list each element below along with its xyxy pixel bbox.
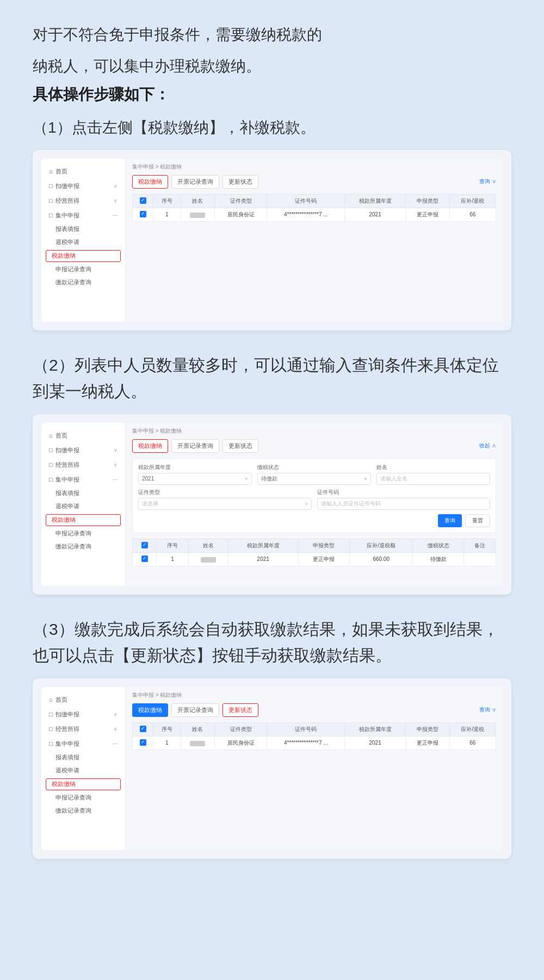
td-reporttype-1: 更正申报 [405, 208, 449, 221]
query-button-2[interactable]: 查询 [438, 514, 462, 527]
table-row: 1 2021 更正申报 660.00 待缴款 [133, 552, 496, 566]
row2-checkbox-1[interactable] [141, 555, 148, 562]
tabs-2: 税款缴纳 开票记录查询 更新状态 收起 ∧ [132, 439, 496, 453]
td2-amount: 660.00 [349, 552, 413, 566]
sidebar-taxpayment-2[interactable]: 税款缴纳 [46, 514, 121, 526]
sidebar-taxrefund-3[interactable]: 退税申请 [41, 764, 125, 777]
sidebar-business-1[interactable]: □ 经营所得 ∨ [41, 193, 125, 208]
sidebar-taxpayment-label-1: 税款缴纳 [52, 252, 76, 259]
th3-check [133, 722, 153, 736]
sidebar-business-2[interactable]: □ 经营所得 ∨ [41, 458, 125, 472]
main-3: 集中申报 > 税款缴纳 税款缴纳 开票记录查询 更新状态 查询 ∨ 序号 姓名 … [126, 687, 503, 850]
blurred-name-3 [190, 741, 205, 746]
mini-ui-2: ⌂ 首页 □ 扣缴申报 ∨ □ 经营所得 ∨ □ 集中申报 — [41, 423, 503, 586]
filter-year-input[interactable]: 2021 ∨ [138, 473, 252, 485]
td-certtype-1: 居民身份证 [215, 208, 267, 221]
page-container: 对于不符合免于申报条件，需要缴纳税款的 纳税人，可以集中办理税款缴纳。 具体操作… [0, 0, 544, 980]
sidebar-fillform-3[interactable]: 报表填报 [41, 751, 125, 764]
header-checkbox-3[interactable] [140, 726, 146, 732]
td-certno-1: 4***************7 ... [267, 208, 345, 221]
sidebar-1: ⌂ 首页 □ 扣缴申报 ∨ □ 经营所得 ∨ □ 集中申报 — [41, 159, 126, 322]
tab-updatestatus-2[interactable]: 更新状态 [222, 439, 258, 453]
blurred-name-1 [190, 213, 205, 218]
tab-openticket-1[interactable]: 开票记录查询 [171, 175, 219, 189]
sidebar-reportquery-label-2: 申报记录查询 [55, 530, 91, 536]
sidebar-business-3[interactable]: □ 经营所得 ∨ [41, 722, 125, 736]
th2-year: 税款所属年度 [228, 539, 298, 552]
th3-certno: 证件号码 [267, 722, 345, 736]
filter-name-input[interactable]: 请输入全名 [376, 473, 490, 485]
sidebar-home-2[interactable]: ⌂ 首页 [41, 428, 125, 443]
intro-text-2: 纳税人，可以集中办理税款缴纳。 [33, 53, 511, 79]
filter-group-certtype: 证件类型 请选择 ∨ [138, 489, 312, 510]
filter-certtype-input[interactable]: 请选择 ∨ [138, 498, 312, 510]
sidebar-reportquery-2[interactable]: 申报记录查询 [41, 527, 125, 540]
sidebar-reportquery-3[interactable]: 申报记录查询 [41, 791, 125, 804]
arrow-icon-1: ∨ [114, 183, 118, 189]
sidebar-taxpayment-3[interactable]: 税款缴纳 [46, 778, 121, 790]
th-reporttype-1: 申报类型 [405, 194, 449, 208]
tab-openticket-3[interactable]: 开票记录查询 [171, 703, 219, 717]
tab-openticket-2[interactable]: 开票记录查询 [171, 439, 219, 453]
header-checkbox-2[interactable] [141, 542, 148, 548]
sidebar-taxreport-label-1: 扣缴申报 [55, 182, 79, 190]
sidebar-group-2[interactable]: □ 集中申报 — [41, 472, 125, 487]
sidebar-home-1[interactable]: ⌂ 首页 [41, 164, 125, 179]
sidebar-payquery-1[interactable]: 缴款记录查询 [41, 276, 125, 289]
th-amount-1: 应补/退税 [449, 194, 496, 208]
collapse-link-2[interactable]: 收起 ∧ [479, 442, 496, 450]
sidebar-fillform-label-2: 报表填报 [55, 490, 79, 496]
sidebar-taxreport-3[interactable]: □ 扣缴申报 ∨ [41, 707, 125, 722]
sidebar-taxpayment-1[interactable]: 税款缴纳 [46, 250, 121, 262]
tab-taxpayment-3[interactable]: 税款缴纳 [132, 703, 168, 717]
tab-taxpayment-1[interactable]: 税款缴纳 [132, 175, 168, 189]
sidebar-taxreport-1[interactable]: □ 扣缴申报 ∨ [41, 179, 125, 193]
filter-year-value: 2021 [142, 476, 154, 482]
taxreport-icon-2: □ [49, 447, 53, 453]
sidebar-home-3[interactable]: ⌂ 首页 [41, 692, 125, 707]
sidebar-fillform-2[interactable]: 报表填报 [41, 487, 125, 500]
th2-status: 缴税状态 [413, 539, 464, 552]
sidebar-taxreport-label-2: 扣缴申报 [55, 446, 79, 454]
td2-status: 待缴款 [413, 552, 464, 566]
th3-num: 序号 [153, 722, 181, 736]
sidebar-group-1[interactable]: □ 集中申报 — [41, 208, 125, 223]
th2-amount: 应补/退税额 [349, 539, 413, 552]
sidebar-payquery-3[interactable]: 缴款记录查询 [41, 804, 125, 817]
arrow-icon-2: ∨ [114, 198, 118, 203]
th-certno-1: 证件号码 [267, 194, 345, 208]
sidebar-taxrefund-label-3: 退税申请 [55, 767, 79, 773]
sidebar-taxreport-2[interactable]: □ 扣缴申报 ∨ [41, 443, 125, 458]
sidebar-group-3[interactable]: □ 集中申报 — [41, 736, 125, 751]
sidebar-fillform-1[interactable]: 报表填报 [41, 223, 125, 236]
query-link-3[interactable]: 查询 ∨ [479, 706, 496, 714]
filter-status-input[interactable]: 待缴款 ∨ [257, 473, 371, 485]
sidebar-reportquery-1[interactable]: 申报记录查询 [41, 263, 125, 276]
sidebar-taxrefund-2[interactable]: 退税申请 [41, 500, 125, 513]
table-1: 序号 姓名 证件类型 证件号码 税款所属年度 申报类型 应补/退税 1 [132, 194, 496, 222]
sidebar-2: ⌂ 首页 □ 扣缴申报 ∨ □ 经营所得 ∨ □ 集中申报 — [41, 423, 126, 586]
query-link-1[interactable]: 查询 ∨ [479, 178, 496, 185]
home-icon-2: ⌂ [49, 432, 53, 439]
th2-name: 姓名 [188, 539, 228, 552]
breadcrumb-text-1: 集中申报 > 税款缴纳 [132, 164, 182, 170]
tab-updatestatus-1[interactable]: 更新状态 [222, 175, 258, 189]
table-row: 1 居民身份证 4***************7 ... 2021 更正申报 … [133, 208, 496, 221]
reset-button-2[interactable]: 重置 [465, 514, 490, 527]
header-checkbox-1[interactable] [140, 197, 146, 204]
row-checkbox-1[interactable] [140, 211, 146, 217]
tabs-3: 税款缴纳 开票记录查询 更新状态 查询 ∨ [132, 703, 496, 717]
td3-check [133, 736, 153, 750]
filter-certno-input[interactable]: 请输入人员证件证件号码 [317, 498, 491, 510]
th2-check [133, 539, 157, 552]
th3-reporttype: 申报类型 [405, 722, 449, 736]
sidebar-payquery-2[interactable]: 缴款记录查询 [41, 540, 125, 553]
sidebar-taxrefund-1[interactable]: 退税申请 [41, 236, 125, 249]
sidebar-payquery-label-2: 缴款记录查询 [55, 543, 91, 550]
row3-checkbox-1[interactable] [140, 739, 146, 746]
table-2: 序号 姓名 税款所属年度 申报类型 应补/退税额 缴税状态 备注 1 [132, 539, 496, 566]
sidebar-taxrefund-label-2: 退税申请 [55, 503, 79, 509]
tab-taxpayment-2[interactable]: 税款缴纳 [132, 439, 168, 453]
tab-updatestatus-3[interactable]: 更新状态 [222, 703, 258, 717]
th-name-1: 姓名 [181, 194, 215, 208]
